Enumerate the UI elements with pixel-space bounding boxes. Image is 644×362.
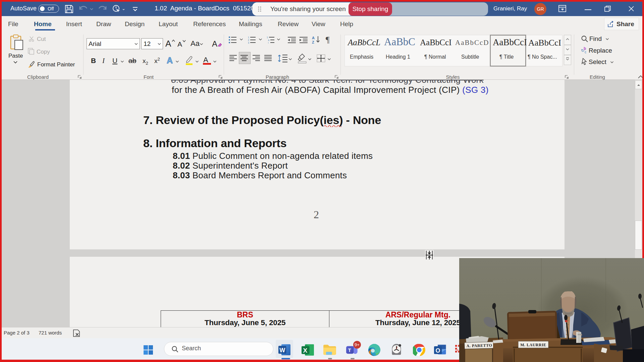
svg-text:↻: ↻ [581, 48, 584, 53]
svg-text:A. PARETTO: A. PARETTO [467, 343, 492, 348]
svg-text:3: 3 [248, 42, 249, 44]
svg-text:c: c [585, 50, 586, 54]
svg-text:X: X [303, 347, 307, 354]
svg-text:i: i [268, 42, 269, 44]
svg-text:W: W [279, 347, 285, 354]
svg-text:A: A [312, 36, 315, 40]
svg-text:2: 2 [248, 39, 249, 41]
svg-text:M. LAURRIE: M. LAURRIE [520, 343, 546, 347]
svg-text:Z: Z [312, 40, 314, 44]
svg-text:1: 1 [267, 36, 268, 39]
svg-text:1: 1 [248, 36, 249, 39]
svg-text:a: a [268, 39, 269, 41]
svg-text:T: T [348, 348, 351, 353]
svg-text:O: O [435, 347, 440, 354]
